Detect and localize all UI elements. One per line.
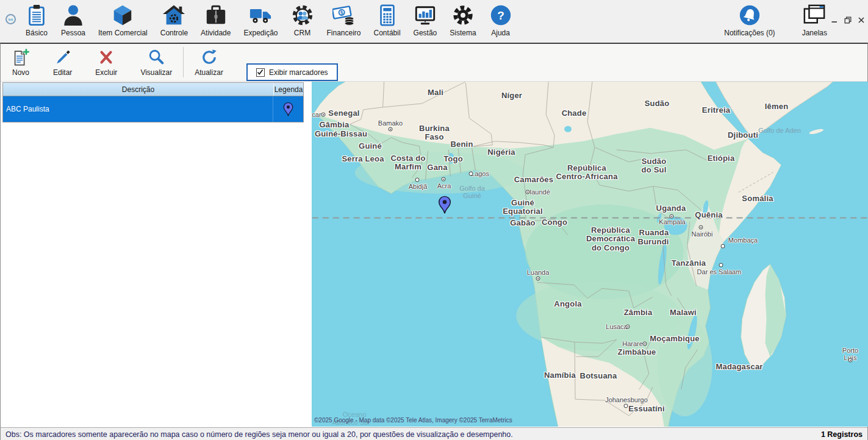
regions-window: Novo Editar Excluir Visualizar Atualizar <box>0 43 868 440</box>
map-marker-icon <box>283 102 293 117</box>
ribbon-item-label: Financeiro <box>327 29 361 37</box>
ribbon-item-controle[interactable]: Controle <box>155 0 193 38</box>
show-markers-checkbox[interactable] <box>256 68 265 77</box>
ribbon-item-label: Pessoa <box>61 29 85 37</box>
truck-icon <box>249 2 272 28</box>
map-marker-pin[interactable] <box>438 196 451 217</box>
toolbar-button-label: Novo <box>12 68 29 77</box>
app-logo: bit <box>5 14 16 24</box>
ribbon-item-label: Contábil <box>374 29 401 37</box>
ribbon-item-atividade[interactable]: Atividade <box>195 0 236 38</box>
minimize-button[interactable] <box>830 16 839 24</box>
money-icon: $ <box>332 2 356 28</box>
toolbar-button-label: Atualizar <box>195 68 223 77</box>
table-row[interactable]: ABC Paulista <box>2 96 304 122</box>
refresh-button[interactable]: Atualizar <box>188 46 229 78</box>
ribbon-item-financeiro[interactable]: $ Financeiro <box>321 0 367 38</box>
gear-icon <box>451 2 475 28</box>
regions-list-panel: Descrição Legenda ABC Paulista <box>1 82 312 427</box>
table-header-row: Descrição Legenda <box>2 82 304 96</box>
calculator-icon <box>376 2 399 28</box>
status-bar: Obs: Os marcadores somente aparecerão no… <box>1 427 867 440</box>
ribbon-item-label: Janelas <box>802 29 827 37</box>
view-button[interactable]: Visualizar <box>134 46 178 78</box>
ribbon-item-pessoa[interactable]: Pessoa <box>56 0 91 38</box>
ribbon-item-notificacoes[interactable]: Notificações (0) <box>719 0 780 38</box>
toolbar-button-label: Editar <box>53 68 72 77</box>
restore-button[interactable] <box>844 16 852 24</box>
windows-icon <box>803 2 826 28</box>
actions-toolbar: Novo Editar Excluir Visualizar Atualizar <box>1 44 867 82</box>
ribbon-item-label: Item Comercial <box>98 29 148 37</box>
toolbar-separator <box>183 47 184 77</box>
ribbon-item-label: Notificações (0) <box>724 29 775 37</box>
svg-text:?: ? <box>497 9 504 22</box>
records-count: 1 Registros <box>821 430 863 439</box>
ribbon-item-label: Expedição <box>243 29 278 37</box>
ribbon-item-label: CRM <box>294 29 310 37</box>
regions-table: Descrição Legenda ABC Paulista <box>2 82 304 122</box>
ribbon-item-contabil[interactable]: Contábil <box>368 0 406 38</box>
gear-people-icon <box>291 2 314 28</box>
ribbon-item-label: Atividade <box>201 29 231 37</box>
new-document-icon <box>12 48 30 67</box>
delete-x-icon <box>97 48 115 67</box>
ribbon-item-expedicao[interactable]: Expedição <box>238 0 283 38</box>
region-name-cell: ABC Paulista <box>3 96 273 122</box>
status-note: Obs: Os marcadores somente aparecerão no… <box>5 430 513 439</box>
show-markers-checkbox-label: Exibir marcadores <box>269 68 328 77</box>
pencil-icon <box>54 48 72 67</box>
ribbon-item-label: Gestão <box>414 29 437 37</box>
new-button[interactable]: Novo <box>5 46 36 78</box>
delete-button[interactable]: Excluir <box>89 46 123 78</box>
africa-map-terrain <box>312 82 868 427</box>
ribbon-item-janelas[interactable]: Janelas <box>797 0 833 38</box>
ribbon-item-item-comercial[interactable]: Item Comercial <box>93 0 153 38</box>
close-icon[interactable] <box>857 16 866 24</box>
column-header-descricao[interactable]: Descrição <box>3 83 274 96</box>
toolbar-button-label: Visualizar <box>140 68 172 77</box>
bell-icon <box>738 2 761 28</box>
ribbon-item-crm[interactable]: CRM <box>285 0 320 38</box>
ribbon-item-gestao[interactable]: Gestão <box>408 0 443 38</box>
monitor-chart-icon <box>414 2 437 28</box>
help-icon: ? <box>489 2 512 28</box>
clipboard-icon <box>25 2 48 28</box>
cube-icon <box>111 2 134 28</box>
magnifier-icon <box>147 48 165 67</box>
ribbon-item-basico[interactable]: Básico <box>20 0 54 38</box>
ribbon-item-label: Ajuda <box>491 29 510 37</box>
toolbar-button-label: Excluir <box>95 68 117 77</box>
show-markers-checkbox-group[interactable]: Exibir marcadores <box>246 63 338 81</box>
ribbon-item-label: Controle <box>160 29 188 37</box>
refresh-icon <box>200 48 218 67</box>
person-icon <box>62 2 85 28</box>
ribbon-item-label: Básico <box>26 29 48 37</box>
ribbon-item-sistema[interactable]: Sistema <box>444 0 481 38</box>
ribbon-item-ajuda[interactable]: ? Ajuda <box>484 0 518 38</box>
column-header-legenda[interactable]: Legenda <box>274 83 303 96</box>
legend-cell <box>273 96 303 122</box>
ribbon-bar: bit Básico Pessoa Item Comercial Control… <box>0 0 868 43</box>
briefcase-icon <box>204 2 228 28</box>
house-gear-icon <box>162 2 185 28</box>
edit-button[interactable]: Editar <box>47 46 78 78</box>
application-window: bit Básico Pessoa Item Comercial Control… <box>0 0 868 440</box>
map-canvas[interactable]: MaliNígerChadeSudãoEritreiaIêmenDjibouti… <box>312 82 868 427</box>
ribbon-item-label: Sistema <box>450 29 476 37</box>
